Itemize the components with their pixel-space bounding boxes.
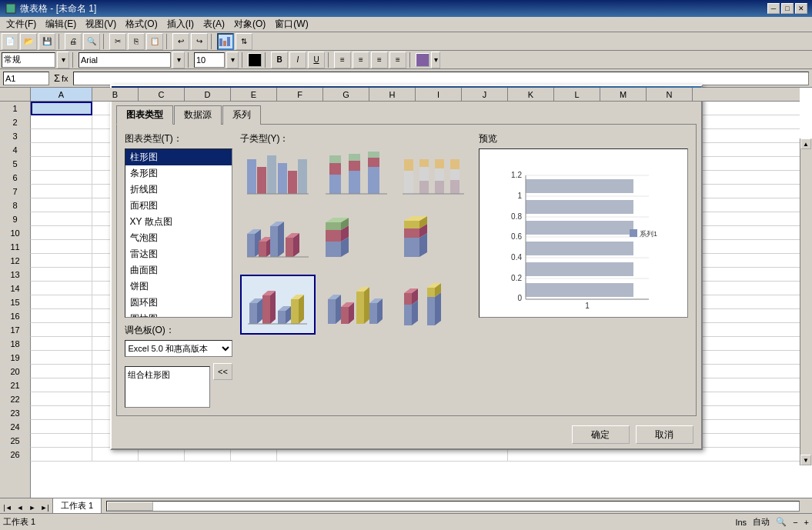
row-header-15: 15	[0, 295, 31, 309]
row-header-18: 18	[0, 337, 31, 351]
chart-type-donut[interactable]: 圆环图	[125, 295, 232, 311]
ok-button[interactable]: 确定	[572, 425, 630, 444]
svg-rect-118	[526, 179, 633, 193]
svg-marker-42	[278, 222, 284, 257]
col-header-B[interactable]: B	[92, 88, 139, 101]
svg-rect-119	[526, 200, 633, 214]
svg-marker-75	[291, 299, 299, 324]
svg-rect-14	[349, 171, 360, 194]
svg-rect-25	[419, 159, 429, 167]
svg-marker-97	[427, 297, 435, 325]
svg-rect-126	[630, 229, 637, 237]
svg-text:0.8: 0.8	[511, 212, 522, 221]
dialog-main-content: 图表类型(T)： 柱形图 条形图 折线图 面积图 XY 散点图 气泡图 雷达图 …	[116, 124, 697, 416]
description-box: 组合柱形图	[125, 366, 211, 408]
sheet-tab-1[interactable]: 工作表 1	[52, 498, 102, 513]
col-header-F[interactable]: F	[277, 88, 323, 101]
chart-type-line[interactable]: 折线图	[125, 182, 232, 198]
col-header-C[interactable]: C	[139, 88, 185, 101]
svg-marker-85	[356, 292, 364, 324]
col-header-A[interactable]: A	[31, 88, 92, 101]
chart-type-radar[interactable]: 雷达图	[125, 246, 232, 262]
sub-type-item-5[interactable]	[319, 212, 394, 272]
svg-marker-91	[404, 305, 412, 325]
chart-type-bar[interactable]: 条形图	[125, 165, 232, 182]
svg-rect-27	[419, 181, 429, 194]
svg-marker-60	[404, 228, 419, 238]
svg-marker-100	[427, 288, 435, 297]
chart-type-cylinder[interactable]: 圆柱图	[125, 311, 232, 318]
col-header-M[interactable]: M	[600, 88, 647, 101]
svg-marker-94	[404, 293, 412, 305]
row-header-17: 17	[0, 323, 31, 337]
row-header-4: 4	[0, 143, 31, 157]
chart-type-panel: 图表类型(T)： 柱形图 条形图 折线图 面积图 XY 散点图 气泡图 雷达图 …	[125, 132, 232, 408]
cancel-button[interactable]: 取消	[636, 425, 693, 444]
svg-text:1.2: 1.2	[511, 171, 522, 179]
row-header-column: 1 2 3 4 5 6 7 8 9 10 11 12 13 14 15 16 1…	[0, 88, 31, 498]
svg-text:0.2: 0.2	[511, 274, 522, 282]
svg-rect-31	[450, 159, 459, 169]
sub-type-item-3[interactable]	[397, 148, 473, 208]
chart-type-list[interactable]: 柱形图 条形图 折线图 面积图 XY 散点图 气泡图 雷达图 曲面图 饼图 圆环…	[125, 148, 232, 318]
sub-type-label: 子类型(Y)：	[240, 132, 471, 145]
svg-text:0: 0	[517, 294, 522, 302]
sub-type-item-2[interactable]	[319, 148, 394, 208]
dialog-tab-series[interactable]: 系列	[222, 105, 261, 125]
color-palette-select[interactable]: Excel 5.0 和惠高版本	[125, 340, 232, 357]
svg-rect-121	[526, 242, 633, 255]
svg-rect-12	[329, 163, 341, 175]
preview-chart: 1.2 1 0.8 0.6 0.4 0.2 0 1	[495, 156, 672, 310]
sub-type-item-6[interactable]	[397, 212, 473, 272]
dialog-overlay: 图表属性 ✕ 图表类型 数据源 系列 图表类型(T)： 柱形图 条形图 折线图 …	[0, 0, 812, 530]
row-header-2: 2	[0, 115, 31, 129]
row-header-10: 10	[0, 226, 31, 240]
sub-type-item-4[interactable]	[240, 212, 316, 272]
dialog-tabs: 图表类型 数据源 系列	[112, 102, 701, 124]
svg-rect-22	[404, 159, 413, 171]
chart-type-pie[interactable]: 饼图	[125, 278, 232, 295]
svg-marker-38	[259, 242, 266, 257]
col-header-N[interactable]: N	[647, 88, 693, 101]
sub-type-item-1[interactable]	[240, 148, 316, 208]
svg-text:1: 1	[585, 302, 590, 310]
col-header-D[interactable]: D	[185, 88, 231, 101]
dialog-tab-chart-type[interactable]: 图表类型	[116, 105, 173, 125]
svg-rect-13	[329, 155, 341, 163]
row-header-21: 21	[0, 378, 31, 392]
row-header-24: 24	[0, 420, 31, 434]
col-header-J[interactable]: J	[462, 88, 508, 101]
svg-text:0.6: 0.6	[511, 232, 522, 241]
svg-rect-4	[247, 159, 256, 194]
col-header-E[interactable]: E	[231, 88, 277, 101]
svg-rect-6	[267, 155, 276, 194]
col-header-L[interactable]: L	[554, 88, 600, 101]
chart-type-surface[interactable]: 曲面图	[125, 262, 232, 278]
row-header-3: 3	[0, 129, 31, 143]
svg-rect-9	[298, 159, 307, 194]
svg-marker-63	[404, 221, 419, 228]
col-header-I[interactable]: I	[416, 88, 462, 101]
chart-type-bubble[interactable]: 气泡图	[125, 230, 232, 246]
description-row: 组合柱形图 <<	[125, 363, 232, 408]
chart-type-column[interactable]: 柱形图	[125, 149, 232, 165]
svg-marker-80	[336, 295, 341, 324]
svg-rect-18	[368, 158, 379, 167]
chart-type-xy[interactable]: XY 散点图	[125, 214, 232, 230]
dialog-tab-data-source[interactable]: 数据源	[174, 105, 222, 125]
row-header-11: 11	[0, 240, 31, 254]
svg-rect-7	[278, 163, 287, 194]
svg-marker-44	[286, 238, 293, 257]
col-header-H[interactable]: H	[369, 88, 416, 101]
col-header-K[interactable]: K	[508, 88, 554, 101]
svg-marker-35	[247, 234, 255, 257]
svg-marker-88	[369, 303, 377, 324]
row-header-12: 12	[0, 254, 31, 268]
expand-description-button[interactable]: <<	[213, 363, 232, 380]
sub-type-item-9[interactable]	[397, 275, 473, 335]
chart-type-area[interactable]: 面积图	[125, 198, 232, 214]
row-header-23: 23	[0, 406, 31, 420]
col-header-G[interactable]: G	[323, 88, 369, 101]
sub-type-item-8[interactable]	[319, 275, 394, 335]
sub-type-item-7[interactable]	[240, 275, 316, 335]
